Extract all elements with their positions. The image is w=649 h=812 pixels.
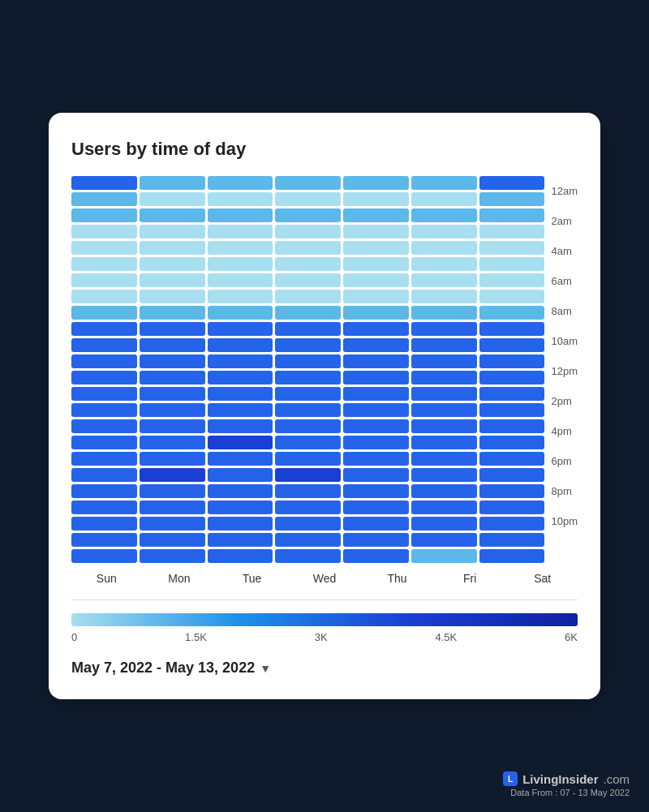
grid-cell xyxy=(479,419,545,433)
grid-cell xyxy=(343,517,409,531)
grid-cell xyxy=(140,338,205,352)
grid-cell xyxy=(71,419,137,433)
grid-row xyxy=(71,371,544,385)
grid-cell xyxy=(140,501,205,514)
grid-row xyxy=(71,338,544,352)
grid-row xyxy=(71,176,544,190)
grid-cell xyxy=(140,192,205,206)
grid-cell xyxy=(479,403,545,417)
grid-cell xyxy=(411,322,477,336)
grid-cell xyxy=(275,517,341,531)
grid-cell xyxy=(411,338,477,352)
grid-cell xyxy=(343,290,409,303)
grid-cell xyxy=(71,533,137,547)
grid-cell xyxy=(71,225,137,238)
y-labels: 12am2am4am6am8am10am12pm2pm4pm6pm8pm10pm xyxy=(544,176,578,539)
y-axis-label: 4pm xyxy=(551,416,578,446)
grid-cell xyxy=(71,322,137,336)
grid-cell xyxy=(71,208,137,222)
grid-cell xyxy=(71,241,137,255)
grid-cell xyxy=(479,225,545,238)
grid-cell xyxy=(411,517,477,531)
y-axis-label: 12am xyxy=(551,176,578,206)
y-axis-label: 12pm xyxy=(551,356,578,386)
grid-cell xyxy=(208,208,273,222)
grid-cell xyxy=(140,436,205,449)
grid-cell xyxy=(71,501,137,514)
grid-cell xyxy=(343,549,409,563)
grid-cell xyxy=(140,403,205,417)
grid-cell xyxy=(479,273,545,287)
grid-cell xyxy=(208,387,273,401)
grid-cell xyxy=(275,387,341,401)
grid-cell xyxy=(208,419,273,433)
grid-cell xyxy=(275,290,341,303)
legend-label: 0 xyxy=(71,631,77,643)
grid-cell xyxy=(208,484,273,498)
grid-cell xyxy=(411,403,477,417)
grid-cell xyxy=(140,322,205,336)
grid-cell xyxy=(140,208,205,222)
legend-labels: 01.5K3K4.5K6K xyxy=(71,631,578,643)
grid-cell xyxy=(208,403,273,417)
date-range-selector[interactable]: May 7, 2022 - May 13, 2022 ▼ xyxy=(71,659,578,677)
grid-cell xyxy=(411,290,477,303)
grid-cell xyxy=(140,419,205,433)
grid-cell xyxy=(275,322,341,336)
y-axis-label: 6pm xyxy=(551,446,578,476)
legend-label: 6K xyxy=(565,631,578,643)
grid-cell xyxy=(275,533,341,547)
grid-cell xyxy=(479,517,545,531)
x-labels: SunMonTueWedThuFriSat xyxy=(71,572,578,585)
grid-cell xyxy=(71,484,137,498)
grid-cell xyxy=(343,387,409,401)
grid-cell xyxy=(411,371,477,385)
grid-row xyxy=(71,436,544,449)
grid-cell xyxy=(275,468,341,482)
grid-cell xyxy=(275,306,341,320)
grid-cell xyxy=(411,419,477,433)
y-axis-label: 6am xyxy=(551,266,578,296)
grid-cell xyxy=(140,306,205,320)
grid-row xyxy=(71,419,544,433)
grid-cell xyxy=(343,468,409,482)
grid-row xyxy=(71,273,544,287)
brand-com: .com xyxy=(603,772,630,786)
grid-row xyxy=(71,208,544,222)
date-range-text: May 7, 2022 - May 13, 2022 xyxy=(71,659,255,677)
x-axis-label: Fri xyxy=(435,572,505,585)
grid-cell xyxy=(343,257,409,271)
legend-label: 4.5K xyxy=(435,631,457,643)
grid-cell xyxy=(71,436,137,449)
grid-cell xyxy=(479,290,545,303)
legend-bar xyxy=(71,613,578,626)
grid-cell xyxy=(343,484,409,498)
grid-cell xyxy=(411,387,477,401)
grid-cell xyxy=(411,257,477,271)
grid-cell xyxy=(343,241,409,255)
footer: L LivingInsider.com Data From : 07 - 13 … xyxy=(503,771,630,797)
grid-row xyxy=(71,484,544,498)
grid-row xyxy=(71,290,544,303)
grid-cell xyxy=(140,468,205,482)
grid-cell xyxy=(140,452,205,466)
grid-cell xyxy=(479,354,545,368)
x-axis-label: Sun xyxy=(71,572,142,585)
y-axis-label: 2pm xyxy=(551,386,578,416)
grid-cell xyxy=(275,452,341,466)
grid-cell xyxy=(208,338,273,352)
x-axis-label: Tue xyxy=(217,572,287,585)
grid-cell xyxy=(479,338,545,352)
grid-row xyxy=(71,533,544,547)
grid-cell xyxy=(208,452,273,466)
grid-cell xyxy=(140,176,205,190)
grid-cell xyxy=(343,192,409,206)
grid-cell xyxy=(479,533,545,547)
grid-row xyxy=(71,225,544,238)
grid-cell xyxy=(275,549,341,563)
grid-cell xyxy=(343,419,409,433)
grid-cell xyxy=(275,403,341,417)
grid-row xyxy=(71,306,544,320)
grid-cell xyxy=(411,436,477,449)
chevron-down-icon: ▼ xyxy=(260,662,271,675)
